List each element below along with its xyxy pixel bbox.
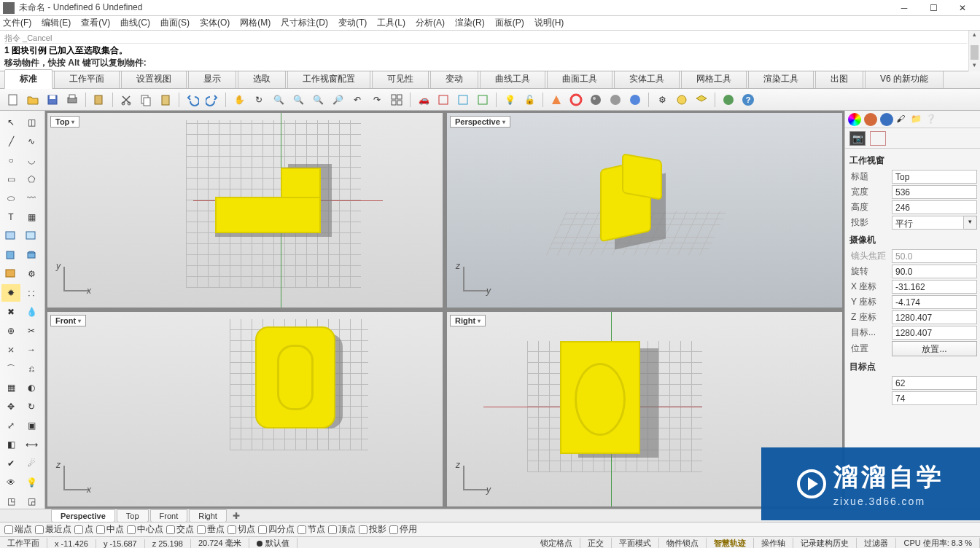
menu-curve[interactable]: 曲线(C) <box>120 17 150 29</box>
status-gridsnap[interactable]: 锁定格点 <box>533 538 580 548</box>
osnap-near[interactable]: 最近点 <box>35 523 71 536</box>
tab-vpconfig[interactable]: 工作视窗配置 <box>287 69 370 88</box>
osnap-int[interactable]: 交点 <box>166 523 194 536</box>
osnap-project[interactable]: 投影 <box>359 523 386 536</box>
text-icon[interactable]: T <box>1 208 20 226</box>
sphere1-icon[interactable] <box>587 91 604 109</box>
open-icon[interactable] <box>24 91 42 109</box>
viewport-top-label[interactable]: Top <box>50 116 79 128</box>
lock-icon[interactable]: 🔓 <box>521 91 538 109</box>
vp-tab-add[interactable]: ✚ <box>228 509 244 522</box>
prop-extra1[interactable]: 62 <box>892 376 977 390</box>
tab-standard[interactable]: 标准 <box>4 69 52 89</box>
explode-icon[interactable]: ✸ <box>1 284 20 302</box>
misc1-icon[interactable]: ◳ <box>1 493 20 510</box>
tab-select[interactable]: 选取 <box>238 69 286 88</box>
extend-icon[interactable]: → <box>22 341 41 359</box>
osnap-knot[interactable]: 节点 <box>298 523 325 536</box>
status-filter[interactable]: 过滤器 <box>857 538 896 548</box>
tab-rendertools[interactable]: 渲染工具 <box>748 69 814 88</box>
tab-curvetools[interactable]: 曲线工具 <box>480 69 545 88</box>
frame-tab-icon[interactable] <box>870 131 886 146</box>
prop-width[interactable]: 536 <box>892 185 977 199</box>
viewport-persp-label[interactable]: Perspective <box>450 116 510 128</box>
paste-icon[interactable] <box>90 91 108 109</box>
tab-setview[interactable]: 设置视图 <box>121 69 187 88</box>
display-tab-icon[interactable] <box>880 113 893 126</box>
zoom-selected-icon[interactable]: 🔎 <box>329 91 346 109</box>
analysis-icon[interactable]: ☄ <box>22 455 41 472</box>
cut-icon[interactable] <box>117 91 135 109</box>
rectangle-icon[interactable]: ▭ <box>1 171 20 188</box>
split-icon[interactable]: ⤫ <box>1 341 20 359</box>
osnap-perp[interactable]: 垂点 <box>197 523 225 536</box>
viewport-front-label[interactable]: Front <box>50 315 86 326</box>
tab-visibility[interactable]: 可见性 <box>372 69 429 88</box>
status-ortho[interactable]: 正交 <box>580 538 612 548</box>
mesh-icon[interactable] <box>1 265 20 283</box>
tab-display[interactable]: 显示 <box>188 69 236 88</box>
box-icon[interactable] <box>1 246 20 264</box>
join-icon[interactable]: ⊕ <box>1 322 20 340</box>
sphere3-icon[interactable] <box>626 91 644 109</box>
menu-transform[interactable]: 变动(T) <box>338 17 367 29</box>
status-osnap[interactable]: 物件锁点 <box>659 538 707 548</box>
status-smarttrack[interactable]: 智慧轨迹 <box>707 538 754 548</box>
osnap-tan[interactable]: 切点 <box>228 523 255 536</box>
menu-dimension[interactable]: 尺寸标注(D) <box>281 17 328 29</box>
menu-panel[interactable]: 面板(P) <box>495 17 524 29</box>
menu-analyze[interactable]: 分析(A) <box>416 17 445 29</box>
osnap-point[interactable]: 点 <box>74 523 93 536</box>
points-on-icon[interactable]: ⸬ <box>22 284 41 302</box>
menu-view[interactable]: 查看(V) <box>81 17 110 29</box>
status-planar[interactable]: 平面模式 <box>612 538 659 548</box>
sphere2-icon[interactable] <box>607 91 624 109</box>
droplet-icon[interactable]: 💧 <box>22 303 41 321</box>
layer-tab-icon[interactable] <box>864 113 877 126</box>
cylinder-icon[interactable] <box>22 246 41 264</box>
menu-tools[interactable]: 工具(L) <box>377 17 405 29</box>
zoom-window-icon[interactable]: 🔍 <box>289 91 307 109</box>
prop-title[interactable]: Top <box>892 170 977 184</box>
hatch-icon[interactable]: ▦ <box>22 208 41 226</box>
maximize-button[interactable]: ☐ <box>919 0 948 16</box>
place-button[interactable]: 放置... <box>892 341 977 356</box>
help-icon[interactable]: ? <box>739 91 757 109</box>
curve-icon[interactable]: ∿ <box>22 133 41 150</box>
tab-cplane[interactable]: 工作平面 <box>54 69 120 88</box>
viewport-perspective[interactable]: Perspective zy <box>446 112 843 308</box>
prop-extra2[interactable]: 74 <box>892 391 977 405</box>
menu-file[interactable]: 文件(F) <box>3 17 31 29</box>
command-scrollbar[interactable]: ▴ ▾ <box>968 31 980 71</box>
camera-tab-icon[interactable]: 📷 <box>849 131 866 146</box>
tab-surftools[interactable]: 曲面工具 <box>547 69 612 88</box>
menu-render[interactable]: 渲染(R) <box>455 17 485 29</box>
new-icon[interactable] <box>4 91 22 109</box>
rotate2-icon[interactable]: ↻ <box>22 398 41 415</box>
car-icon[interactable]: 🚗 <box>415 91 432 109</box>
arc-icon[interactable]: ◡ <box>22 152 41 169</box>
status-layer[interactable]: 默认值 <box>249 538 298 548</box>
tab-solidtools[interactable]: 实体工具 <box>614 69 680 88</box>
osnap-cen[interactable]: 中心点 <box>127 523 163 536</box>
array-icon[interactable]: ▦ <box>1 379 20 396</box>
surf2-icon[interactable] <box>22 227 41 245</box>
save-icon[interactable] <box>44 91 61 109</box>
osnap-quad[interactable]: 四分点 <box>258 523 295 536</box>
command-input[interactable] <box>147 58 967 68</box>
tab-v6new[interactable]: V6 的新功能 <box>865 69 944 88</box>
menu-edit[interactable]: 编辑(E) <box>42 17 71 29</box>
vp-tab-front[interactable]: Front <box>150 509 188 522</box>
layers-icon[interactable] <box>693 91 710 109</box>
fillet-icon[interactable]: ⌒ <box>1 360 20 377</box>
named-cplane-icon[interactable] <box>454 91 472 109</box>
options-icon[interactable]: ⚙ <box>653 91 671 109</box>
folder-tab-icon[interactable]: 📁 <box>911 114 922 125</box>
status-history[interactable]: 记录建构历史 <box>793 538 857 548</box>
prop-rotation[interactable]: 90.0 <box>892 265 977 278</box>
cplane-icon[interactable] <box>435 91 452 109</box>
light-icon[interactable]: 💡 <box>501 91 518 109</box>
prop-target-dist[interactable]: 1280.407 <box>892 326 977 340</box>
rotate-icon[interactable]: ↻ <box>250 91 268 109</box>
render-icon[interactable] <box>720 91 737 109</box>
